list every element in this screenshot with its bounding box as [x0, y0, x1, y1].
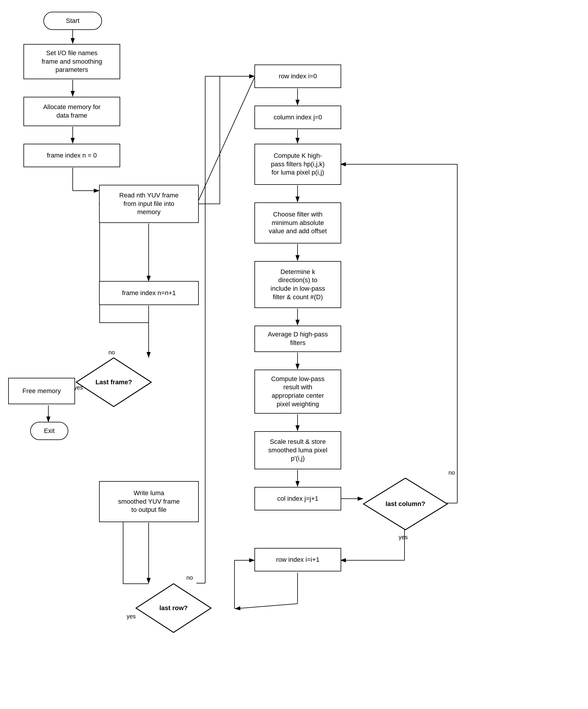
- lastcol-yes-label: yes: [399, 534, 408, 541]
- start-node: Start: [44, 12, 102, 30]
- averaged-node: Average D high-passfilters: [254, 325, 341, 352]
- exit-node: Exit: [30, 422, 68, 440]
- lastframe-no-label: no: [108, 349, 115, 356]
- readframe-node: Read nth YUV framefrom input file intome…: [99, 185, 199, 223]
- lastcol-diamond: last column?: [363, 477, 448, 530]
- svg-line-35: [197, 76, 255, 204]
- lastrow-yes-label: yes: [127, 613, 136, 620]
- svg-line-31: [235, 604, 298, 609]
- lastrow-no-label: no: [187, 574, 193, 581]
- lastframe-yes-label: yes: [74, 384, 83, 391]
- flowchart: Start Set I/O file namesframe and smooth…: [0, 0, 588, 709]
- lastframe-diamond: Last frame?: [76, 357, 152, 407]
- allocate-node: Allocate memory fordata frame: [24, 97, 120, 126]
- setio-node: Set I/O file namesframe and smoothingpar…: [24, 44, 120, 79]
- lastcol-no-label: no: [448, 469, 455, 476]
- computelp-node: Compute low-passresult withappropriate c…: [254, 370, 341, 414]
- choosefilter-node: Choose filter withminimum absolutevalue …: [254, 203, 341, 243]
- colindexj1-node: col index j=j+1: [254, 487, 341, 510]
- frameindex0-node: frame index n = 0: [24, 144, 120, 167]
- rowindex0-node: row index i=0: [254, 64, 341, 88]
- determinek-node: Determine kdirection(s) toinclude in low…: [254, 261, 341, 308]
- computeK-node: Compute K high-pass filters hp(i,j,k)for…: [254, 144, 341, 185]
- scaleresult-node: Scale result & storesmoothed luma pixelp…: [254, 431, 341, 469]
- freememory-node: Free memory: [8, 378, 75, 404]
- writeluma-node: Write lumasmoothed YUV frameto output fi…: [99, 481, 199, 522]
- frameindexn1-node: frame index n=n+1: [99, 281, 199, 305]
- rowindexii1-node: row index i=i+1: [254, 548, 341, 572]
- colindex0-node: column index j=0: [254, 106, 341, 129]
- lastrow-diamond: last row?: [135, 583, 212, 633]
